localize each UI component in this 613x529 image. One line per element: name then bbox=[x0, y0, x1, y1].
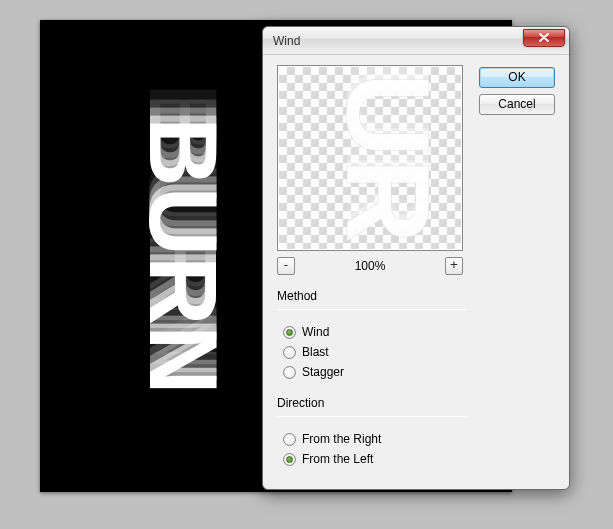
wind-dialog: Wind bbox=[262, 26, 570, 490]
radio-icon bbox=[283, 346, 296, 359]
preview-content: UR bbox=[279, 67, 461, 249]
canvas-text: BURN bbox=[40, 20, 270, 492]
direction-option-left[interactable]: From the Left bbox=[277, 449, 467, 469]
close-button[interactable] bbox=[523, 29, 565, 47]
direction-option-right[interactable]: From the Right bbox=[277, 429, 467, 449]
radio-icon bbox=[283, 453, 296, 466]
radio-label: Wind bbox=[302, 325, 329, 339]
radio-label: Blast bbox=[302, 345, 329, 359]
direction-label: Direction bbox=[277, 396, 467, 410]
radio-label: From the Left bbox=[302, 452, 373, 466]
method-option-wind[interactable]: Wind bbox=[277, 322, 467, 342]
radio-label: Stagger bbox=[302, 365, 344, 379]
ok-button[interactable]: OK bbox=[479, 67, 555, 88]
close-icon bbox=[539, 33, 549, 42]
cancel-button[interactable]: Cancel bbox=[479, 94, 555, 115]
zoom-level: 100% bbox=[355, 259, 386, 273]
radio-icon bbox=[283, 366, 296, 379]
zoom-in-button[interactable]: + bbox=[445, 257, 463, 275]
dialog-title: Wind bbox=[273, 34, 523, 48]
method-group: Method Wind Blast Stagger bbox=[277, 289, 467, 382]
zoom-out-button[interactable]: - bbox=[277, 257, 295, 275]
method-option-blast[interactable]: Blast bbox=[277, 342, 467, 362]
preview-area[interactable]: UR bbox=[277, 65, 463, 251]
radio-icon bbox=[283, 433, 296, 446]
method-label: Method bbox=[277, 289, 467, 303]
radio-label: From the Right bbox=[302, 432, 381, 446]
svg-text:BURN: BURN bbox=[130, 117, 237, 394]
svg-text:UR: UR bbox=[322, 72, 454, 243]
method-option-stagger[interactable]: Stagger bbox=[277, 362, 467, 382]
titlebar[interactable]: Wind bbox=[263, 27, 569, 55]
direction-group: Direction From the Right From the Left bbox=[277, 396, 467, 469]
radio-icon bbox=[283, 326, 296, 339]
